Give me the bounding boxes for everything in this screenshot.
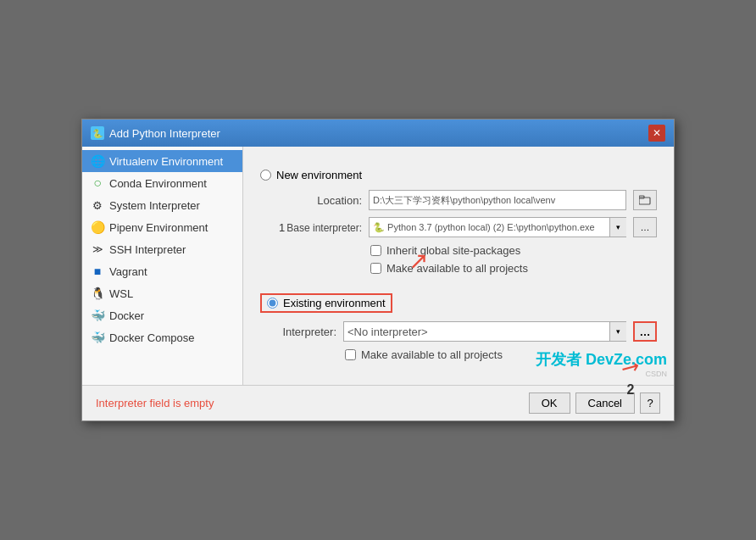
existing-radio-box: Existing environment: [260, 293, 392, 313]
error-message: Interpreter field is empty: [96, 397, 214, 409]
interpreter-make-available-label: Make available to all projects: [361, 348, 503, 361]
sidebar-item-vagrant[interactable]: ■ Vagrant: [82, 260, 242, 282]
new-environment-radio[interactable]: [260, 170, 271, 181]
existing-environment-radio[interactable]: [267, 298, 278, 309]
ok-button[interactable]: OK: [529, 392, 570, 414]
location-browse-button[interactable]: [633, 190, 657, 210]
wsl-icon: 🐧: [91, 287, 104, 300]
sidebar-label-conda: Conda Environment: [109, 177, 207, 190]
interpreter-make-available-checkbox[interactable]: [345, 349, 356, 360]
sidebar-label-wsl: WSL: [109, 287, 133, 300]
sidebar-label-system: System Interpreter: [109, 199, 200, 212]
conda-icon: ○: [91, 176, 104, 190]
title-bar-left: 🐍 Add Python Interpreter: [91, 126, 220, 140]
dialog-icon: 🐍: [91, 126, 104, 140]
location-row: Location:: [260, 190, 657, 210]
interpreter-row: Interpreter: ▾ …: [260, 321, 657, 342]
watermark-csdn: CSDN: [536, 370, 667, 378]
location-label: Location:: [260, 194, 362, 207]
system-icon: ⚙: [91, 198, 104, 212]
sidebar-item-conda[interactable]: ○ Conda Environment: [82, 172, 242, 194]
watermark: 开发者 DevZe.com CSDN: [536, 349, 667, 378]
help-button[interactable]: ?: [640, 392, 660, 414]
interpreter-label: Interpreter:: [260, 326, 336, 338]
inherit-label: Inherit global site-packages: [386, 244, 520, 257]
inherit-checkbox[interactable]: [370, 245, 381, 256]
sidebar-item-ssh[interactable]: ≫ SSH Interpreter: [82, 238, 242, 260]
interpreter-select[interactable]: [343, 321, 609, 342]
base-interpreter-input[interactable]: [369, 217, 609, 237]
interpreter-select-wrapper: ▾: [343, 321, 626, 342]
sidebar-label-docker-compose: Docker Compose: [109, 331, 194, 344]
sidebar-item-system[interactable]: ⚙ System Interpreter: [82, 194, 242, 216]
base-interpreter-browse-button[interactable]: …: [633, 217, 657, 237]
sidebar-item-wsl[interactable]: 🐧 WSL: [82, 282, 242, 304]
bottom-status-bar: Interpreter field is empty OK Cancel ?: [82, 385, 674, 420]
bottom-buttons: OK Cancel ?: [529, 392, 660, 414]
sidebar-item-docker-compose[interactable]: 🐳 Docker Compose: [82, 326, 242, 348]
new-environment-label: New environment: [276, 169, 362, 181]
add-python-interpreter-dialog: 🐍 Add Python Interpreter ✕ 🌐 Virtualenv …: [81, 119, 675, 421]
ssh-icon: ≫: [91, 242, 104, 256]
arrow-annotation-1: ↘: [409, 248, 428, 276]
watermark-devze: 开发者 DevZe.com: [536, 349, 667, 370]
docker-compose-icon: 🐳: [91, 331, 104, 344]
sidebar-label-vagrant: Vagrant: [109, 265, 147, 278]
interpreter-dropdown-arrow[interactable]: ▾: [609, 321, 626, 342]
new-environment-radio-row: New environment: [260, 169, 657, 181]
sidebar-item-docker[interactable]: 🐳 Docker: [82, 304, 242, 326]
base-interpreter-dropdown[interactable]: ▾: [609, 217, 626, 237]
virtualenv-icon: 🌐: [91, 154, 104, 168]
existing-environment-label: Existing environment: [283, 297, 386, 309]
title-bar: 🐍 Add Python Interpreter ✕: [82, 120, 674, 147]
dialog-body: 🌐 Virtualenv Environment ○ Conda Environ…: [82, 147, 674, 385]
vagrant-icon: ■: [91, 264, 104, 278]
interpreter-browse-button[interactable]: …: [633, 321, 657, 342]
existing-radio-wrapper: Existing environment: [260, 293, 392, 313]
base-interpreter-row: 1Base interpreter: ▾ …: [260, 217, 657, 237]
dialog-title: Add Python Interpreter: [109, 127, 220, 140]
sidebar: 🌐 Virtualenv Environment ○ Conda Environ…: [82, 147, 243, 385]
sidebar-label-pipenv: Pipenv Environment: [109, 221, 208, 234]
sidebar-label-docker: Docker: [109, 309, 144, 322]
base-interpreter-label: 1Base interpreter:: [260, 221, 362, 234]
docker-icon: 🐳: [91, 309, 104, 322]
base-interpreter-wrapper: ▾: [369, 217, 626, 237]
sidebar-label-ssh: SSH Interpreter: [109, 243, 186, 256]
sidebar-item-pipenv[interactable]: 🟡 Pipenv Environment: [82, 216, 242, 238]
make-available-checkbox[interactable]: [370, 263, 381, 274]
new-environment-section: New environment Location: 1Base interpre…: [260, 160, 657, 288]
close-button[interactable]: ✕: [648, 125, 665, 142]
annotation-number-2: 2: [627, 382, 635, 398]
sidebar-label-virtualenv: Virtualenv Environment: [109, 155, 223, 168]
main-content: New environment Location: 1Base interpre…: [243, 147, 674, 385]
pipenv-icon: 🟡: [91, 220, 104, 234]
sidebar-item-virtualenv[interactable]: 🌐 Virtualenv Environment: [82, 150, 242, 172]
location-input[interactable]: [369, 190, 626, 210]
